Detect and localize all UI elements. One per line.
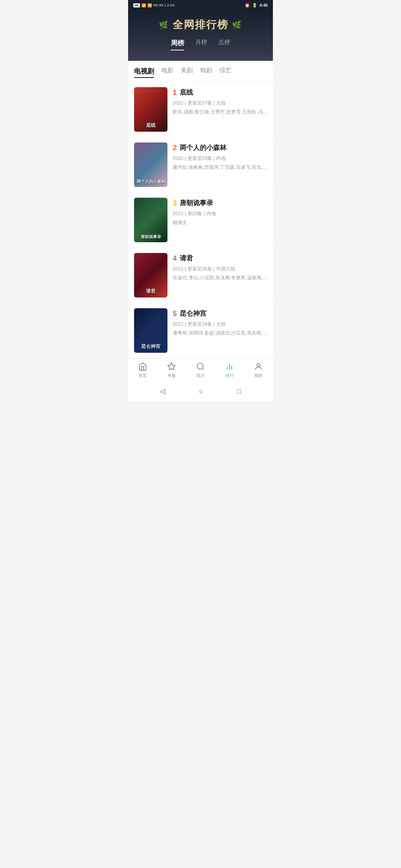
ranking-list: 底线 1 底线 2022 | 更新至37集 | 大陆 靳东,成毅,蔡文静,王秀竹… (128, 82, 273, 358)
item-meta-3: 2021 | 第28集 | 内地 (173, 210, 267, 217)
item-info-1: 1 底线 2022 | 更新至37集 | 大陆 靳东,成毅,蔡文静,王秀竹,曾梦… (173, 87, 267, 115)
poster-4: 请君 (134, 253, 167, 297)
leaf-right-icon: 🌿 (232, 20, 242, 29)
tab-variety[interactable]: 综艺 (219, 67, 231, 78)
time-display: 4:45 (260, 3, 268, 7)
poster-text: 两个人的小森林 (136, 179, 165, 184)
nav-mine[interactable]: 我的 (254, 362, 263, 378)
item-meta-5: 2022 | 更新至16集 | 大陆 (173, 321, 267, 328)
item-info-5: 5 昆仑神宫 2022 | 更新至16集 | 大陆 潘粤明,张雨绮,姜超,汤镇业… (173, 308, 267, 336)
item-meta-4: 2022 | 更新至36集 | 中国大陆 (173, 266, 267, 272)
item-title-4: 4 请君 (173, 254, 267, 263)
item-title-3: 3 唐朝诡事录 (173, 198, 267, 207)
status-left: HD 📶 🛜 HD 4G 1.2 K/s (133, 3, 175, 7)
poster-5: 昆仑神宫 (134, 308, 167, 353)
header: 🌿 全网排行榜 🌿 周榜 月榜 总榜 (128, 10, 273, 61)
item-title-2: 2 两个人的小森林 (173, 143, 267, 152)
poster-text: 底线 (136, 122, 165, 129)
svg-point-6 (257, 364, 260, 366)
battery-icon: 🔋 (252, 3, 257, 8)
speed-indicator: HD 4G 1.2 K/s (153, 3, 175, 7)
wifi-icon: 🛜 (147, 3, 152, 7)
item-info-2: 2 两个人的小森林 2022 | 更新至29集 | 内地 虞书欣,张彬彬,厉嘉琪… (173, 142, 267, 171)
rank-number-1: 1 (173, 88, 177, 97)
poster-2: 两个人的小森林 (134, 142, 167, 187)
item-title-5: 5 昆仑神宫 (173, 309, 267, 318)
rank-number-4: 4 (173, 254, 177, 263)
special-icon (167, 362, 176, 371)
title-name-3: 唐朝诡事录 (180, 198, 213, 207)
item-cast-2: 虞书欣,张彬彬,厉嘉琪,丁冠森,吴迪飞,安戈,... (173, 164, 267, 171)
list-item[interactable]: 昆仑神宫 5 昆仑神宫 2022 | 更新至16集 | 大陆 潘粤明,张雨绮,姜… (128, 303, 273, 358)
tab-us-drama[interactable]: 美剧 (181, 67, 193, 78)
item-cast-3: 杨旭文, (173, 219, 267, 226)
svg-line-2 (202, 368, 204, 370)
content-area: 电视剧 电影 美剧 韩剧 综艺 底线 1 底线 2022 | 更新至37集 | … (128, 61, 273, 358)
bottom-nav: 首页 专题 找片 排行 (128, 358, 273, 383)
svg-point-1 (197, 363, 203, 369)
nav-rank-label: 排行 (225, 373, 234, 378)
page-title: 🌿 全网排行榜 🌿 (128, 18, 273, 32)
svg-marker-0 (168, 363, 175, 370)
poster-text: 昆仑神宫 (136, 343, 165, 350)
profile-icon (254, 362, 263, 371)
nav-special[interactable]: 专题 (167, 362, 176, 378)
title-name-2: 两个人的小森林 (180, 143, 226, 152)
list-item[interactable]: 请君 4 请君 2022 | 更新至36集 | 中国大陆 任嘉伦,李沁,小沈阳,… (128, 248, 273, 303)
gesture-bar: ◁ ○ □ (128, 383, 273, 401)
poster-text: 请君 (136, 288, 165, 295)
nav-home-label: 首页 (138, 373, 147, 378)
hd-badge: HD (133, 3, 140, 7)
recents-button[interactable]: □ (237, 388, 241, 395)
title-name-4: 请君 (180, 254, 193, 263)
item-info-3: 3 唐朝诡事录 2021 | 第28集 | 内地 杨旭文, (173, 198, 267, 226)
item-cast-4: 任嘉伦,李沁,小沈阳,朱泳腾,李雅男,寇振海,... (173, 274, 267, 281)
poster-1: 底线 (134, 87, 167, 132)
back-button[interactable]: ◁ (160, 387, 165, 395)
nav-search[interactable]: 找片 (196, 362, 205, 378)
rank-number-2: 2 (173, 144, 177, 152)
home-icon (138, 362, 147, 371)
title-name-5: 昆仑神宫 (180, 309, 206, 318)
poster-3: 唐朝诡事录 (134, 198, 167, 242)
list-item[interactable]: 底线 1 底线 2022 | 更新至37集 | 大陆 靳东,成毅,蔡文静,王秀竹… (128, 82, 273, 137)
status-right: ⏰ 🔋 4:45 (245, 3, 268, 8)
tab-tv[interactable]: 电视剧 (134, 67, 154, 78)
tab-total[interactable]: 总榜 (218, 39, 230, 50)
category-tabs: 电视剧 电影 美剧 韩剧 综艺 (128, 61, 273, 82)
item-info-4: 4 请君 2022 | 更新至36集 | 中国大陆 任嘉伦,李沁,小沈阳,朱泳腾… (173, 253, 267, 281)
list-item[interactable]: 唐朝诡事录 3 唐朝诡事录 2021 | 第28集 | 内地 杨旭文, (128, 193, 273, 248)
item-meta-2: 2022 | 更新至29集 | 内地 (173, 155, 267, 162)
nav-search-label: 找片 (196, 373, 205, 378)
status-bar: HD 📶 🛜 HD 4G 1.2 K/s ⏰ 🔋 4:45 (128, 0, 273, 10)
tab-movie[interactable]: 电影 (162, 67, 173, 78)
nav-mine-label: 我的 (254, 373, 263, 378)
tab-weekly[interactable]: 周榜 (171, 39, 184, 50)
list-item[interactable]: 两个人的小森林 2 两个人的小森林 2022 | 更新至29集 | 内地 虞书欣… (128, 137, 273, 193)
title-name-1: 底线 (180, 88, 193, 97)
nav-rank[interactable]: 排行 (225, 362, 234, 378)
period-tabs: 周榜 月榜 总榜 (128, 39, 273, 50)
nav-home[interactable]: 首页 (138, 362, 147, 378)
item-cast-1: 靳东,成毅,蔡文静,王秀竹,曾梦雪,王劲松,冯... (173, 109, 267, 115)
rank-number-3: 3 (173, 199, 177, 207)
item-cast-5: 潘粤明,张雨绮,姜超,汤镇业,沙宝亮,韦文晴,... (173, 330, 267, 336)
leaf-left-icon: 🌿 (159, 20, 169, 29)
tab-monthly[interactable]: 月榜 (195, 39, 207, 50)
home-button[interactable]: ○ (199, 388, 203, 395)
tab-kr-drama[interactable]: 韩剧 (200, 67, 212, 78)
title-text: 全网排行榜 (173, 18, 228, 32)
signal-icon: 📶 (141, 3, 146, 7)
nav-special-label: 专题 (167, 373, 176, 378)
rank-icon (225, 362, 234, 371)
rank-number-5: 5 (173, 309, 177, 318)
item-meta-1: 2022 | 更新至37集 | 大陆 (173, 100, 267, 106)
search-icon (196, 362, 205, 371)
item-title-1: 1 底线 (173, 88, 267, 97)
alarm-icon: ⏰ (245, 3, 250, 8)
poster-text: 唐朝诡事录 (136, 234, 165, 239)
